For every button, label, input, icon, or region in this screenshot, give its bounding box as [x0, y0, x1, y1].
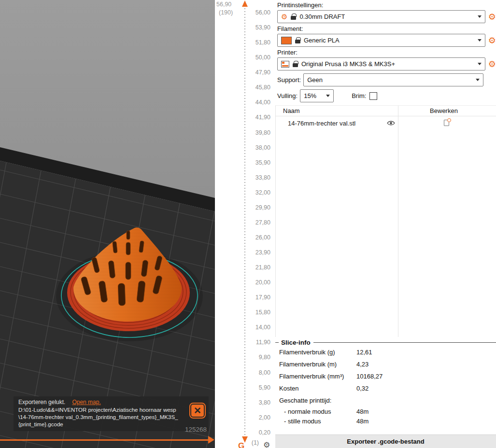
print-settings-combo[interactable]: ⚙ 0.30mm DRAFT	[277, 10, 485, 23]
layer-tick-label: 23,90	[255, 249, 270, 256]
info-label: Filamentverbruik (g)	[279, 349, 356, 356]
edit-object-icon[interactable]	[444, 120, 449, 126]
info-value: 0,32	[356, 385, 368, 392]
info-value: 4,23	[356, 361, 368, 368]
layer-tick-label: 33,80	[255, 174, 270, 181]
table-header-name: Naam	[283, 107, 300, 114]
open-folder-link[interactable]: Open map.	[72, 399, 100, 406]
info-row: - normale modus 48m	[279, 406, 496, 416]
info-label: Filamentverbruik (m)	[279, 361, 356, 368]
infill-combo[interactable]: 15%	[300, 89, 334, 102]
table-header: Naam Bewerken	[276, 106, 496, 116]
filament-combo[interactable]: Generic PLA	[277, 34, 485, 47]
printer-gear-button[interactable]: ⚙	[488, 60, 496, 69]
layer-tick-label: 56,00	[255, 9, 270, 16]
info-value: 12,61	[356, 349, 372, 356]
layer-tick-label: 0,20	[259, 429, 270, 436]
layer-tick-label: 3,80	[259, 399, 270, 406]
printer-label: Printer:	[277, 48, 496, 57]
brim-label: Brim:	[352, 92, 366, 99]
info-value: 48m	[356, 408, 368, 415]
slider-right-arrow-icon[interactable]	[208, 436, 214, 444]
layer-tick-label: 51,80	[255, 39, 270, 46]
prusaslicer-window: Exporteren gelukt.Open map. D:\01-Ludo\&…	[0, 0, 496, 448]
printer-icon	[281, 61, 289, 68]
layer-tick-label: 17,90	[255, 294, 270, 301]
layer-tick-label: 38,00	[255, 144, 270, 151]
lock-icon	[291, 16, 296, 20]
chevron-down-icon	[478, 15, 482, 18]
print-time-header: Geschatte printtijd:	[279, 394, 496, 406]
chevron-down-icon	[478, 39, 482, 42]
visibility-eye-icon[interactable]	[387, 120, 395, 127]
layer-tick-label: 50,00	[255, 54, 270, 61]
print-settings-label: Printinstellingen:	[277, 1, 496, 10]
info-row: Kosten 0,32	[279, 382, 496, 394]
layer-tick-label: 39,80	[255, 129, 270, 136]
layer-tick-list: 56,0053,9051,8050,0047,9045,8044,0041,90…	[225, 9, 270, 436]
info-row: - stille modus 48m	[279, 416, 496, 426]
layer-tick-label: 11,90	[256, 339, 270, 346]
info-label: - stille modus	[279, 418, 356, 425]
slice-info-legend: Slice-info	[275, 339, 496, 346]
filament-value: Generic PLA	[304, 37, 340, 44]
settings-sidebar: Printinstellingen: ⚙ 0.30mm DRAFT ⚙ Fila…	[275, 0, 496, 448]
export-gcode-button[interactable]: Exporteer .gcode-bestand	[275, 434, 496, 448]
scene-canvas[interactable]	[0, 0, 215, 448]
printer-value: Original Prusa i3 MK3S & MK3S+	[301, 60, 395, 68]
layer-tick-label: 53,90	[255, 24, 270, 31]
info-value: 48m	[356, 418, 368, 425]
3d-viewport[interactable]: Exporteren gelukt.Open map. D:\01-Ludo\&…	[0, 0, 215, 448]
layer-tick-label: 41,90	[255, 114, 270, 121]
layer-tick-label: 35,90	[255, 159, 270, 166]
layer-tick-label: 26,00	[255, 234, 270, 241]
filament-color-swatch	[281, 37, 292, 44]
support-combo[interactable]: Geen	[303, 73, 483, 86]
slider-track[interactable]	[0, 439, 209, 441]
layer-tick-label: 29,90	[255, 204, 270, 211]
chevron-down-icon	[476, 79, 480, 81]
filament-label: Filament:	[277, 25, 496, 33]
support-value: Geen	[307, 76, 323, 84]
notification-status: Exporteren gelukt.	[18, 399, 65, 406]
layer-tick-label: 27,80	[255, 219, 270, 226]
layer-tick-label: 45,80	[255, 84, 270, 91]
chevron-down-icon	[326, 95, 330, 97]
chevron-down-icon	[478, 63, 482, 65]
table-row[interactable]: 14-76mm-trechter val.stl	[276, 116, 496, 130]
layer-tick-label: 8,00	[259, 369, 270, 376]
slider-up-arrow-icon[interactable]	[242, 0, 248, 7]
info-row: Filamentverbruik (m) 4,23	[279, 358, 496, 370]
layer-tick-label: 9,80	[259, 354, 270, 361]
layer-tick-label: 20,00	[255, 279, 270, 286]
object-table: Naam Bewerken 14-76mm-trechter val.stl	[275, 105, 496, 337]
slice-info-section: Slice-info Filamentverbruik (g) 12,61 Fi…	[275, 339, 496, 426]
table-header-edit: Bewerken	[398, 107, 490, 114]
layer-slider-panel: 56,90 (190) 56,0053,9051,8050,0047,9045,…	[215, 0, 275, 448]
lock-icon	[293, 63, 298, 67]
lock-icon	[295, 40, 300, 43]
printer-combo[interactable]: Original Prusa i3 MK3S & MK3S+	[277, 57, 485, 70]
slider-settings-gear-icon[interactable]: ⚙	[263, 440, 270, 448]
info-row: Filamentverbruik (mm³) 10168,27	[279, 370, 496, 382]
print-settings-gear-button[interactable]: ⚙	[488, 13, 496, 21]
layer-tick-label: 44,00	[255, 99, 270, 106]
table-column-separator	[398, 106, 398, 337]
print-settings-value: 0.30mm DRAFT	[299, 13, 345, 20]
brim-checkbox[interactable]	[369, 92, 377, 100]
layer-tick-label: 14,00	[255, 324, 270, 331]
layer-tick-label: 5,90	[259, 384, 270, 391]
slice-info-title: Slice-info	[281, 339, 311, 346]
export-notification: Exporteren gelukt.Open map. D:\01-Ludo\&…	[14, 396, 209, 431]
filament-gear-button[interactable]: ⚙	[488, 36, 496, 45]
object-name: 14-76mm-trechter val.stl	[288, 120, 355, 127]
horizontal-move-slider[interactable]	[0, 436, 215, 445]
profile-gear-icon: ⚙	[281, 13, 287, 20]
layer-tick-label: 15,80	[255, 309, 270, 316]
infill-label: Vulling:	[277, 92, 298, 99]
gcode-indicator: G	[238, 441, 244, 448]
info-value: 10168,27	[356, 373, 383, 380]
close-notification-button[interactable]: ✕	[190, 404, 205, 418]
move-slider-value: 125268	[185, 426, 207, 433]
info-label: - normale modus	[279, 408, 356, 415]
